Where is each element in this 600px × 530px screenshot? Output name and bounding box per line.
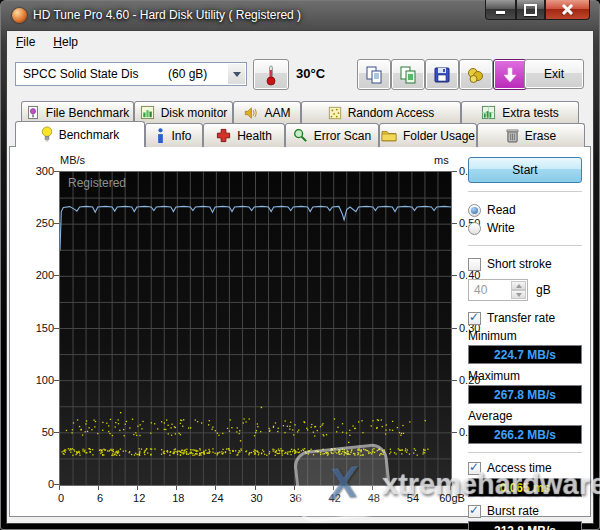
drive-selector-capacity: (60 gB)	[168, 67, 207, 81]
capture-button[interactable]	[493, 59, 527, 90]
registered-watermark: Registered	[68, 176, 126, 190]
tick-mark	[452, 328, 457, 329]
speaker-icon	[243, 106, 258, 120]
tab-info[interactable]: Info	[145, 123, 203, 147]
tick-mark	[411, 486, 412, 490]
tick-mark	[452, 171, 457, 172]
tab-error-scan[interactable]: Error Scan	[285, 123, 379, 147]
benchmark-options-panel: Start Read Write Short stroke	[468, 157, 582, 530]
window-title: HD Tune Pro 4.60 - Hard Disk Utility ( R…	[33, 8, 301, 22]
tab-label: Disk monitor	[161, 106, 228, 120]
drive-selector[interactable]: SPCC Solid State Dis (60 gB)	[15, 62, 247, 86]
maximize-icon	[524, 4, 537, 16]
tick-mark	[450, 486, 451, 490]
x-axis-tick: 48	[357, 492, 391, 504]
start-label: Start	[512, 163, 537, 177]
tab-label: Folder Usage	[403, 129, 475, 143]
average-label: Average	[468, 409, 582, 424]
maximum-label: Maximum	[468, 369, 582, 384]
right-axis-unit: ms	[434, 154, 449, 166]
short-stroke-unit: gB	[536, 283, 551, 297]
tick-mark	[54, 171, 59, 172]
transfer-rate-checkbox[interactable]	[468, 312, 481, 325]
tab-folder-usage[interactable]: Folder Usage	[379, 123, 477, 147]
tab-extra-tests[interactable]: Extra tests	[461, 101, 579, 123]
tick-mark	[54, 275, 59, 276]
tab-label: Info	[171, 129, 191, 143]
benchmark-plot: Registered	[59, 171, 452, 486]
tab-health[interactable]: Health	[203, 123, 285, 147]
spinner-up-button[interactable]	[511, 281, 526, 290]
save-button[interactable]	[425, 59, 459, 90]
tick-mark	[54, 328, 59, 329]
tab-erase[interactable]: Erase	[477, 123, 585, 147]
tab-label: Benchmark	[59, 128, 120, 142]
transfer-rate-row[interactable]: Transfer rate	[468, 309, 582, 327]
tab-row-primary: Benchmark Info Health	[15, 123, 585, 147]
title-bar[interactable]: HD Tune Pro 4.60 - Hard Disk Utility ( R…	[0, 0, 600, 30]
copy-image-icon	[398, 65, 418, 85]
short-stroke-checkbox[interactable]	[468, 258, 481, 271]
temperature-value: 30°C	[296, 66, 325, 81]
tab-disk-monitor[interactable]: Disk monitor	[134, 101, 233, 123]
burst-rate-row[interactable]: Burst rate	[468, 502, 582, 520]
access-time-checkbox[interactable]	[468, 462, 481, 475]
x-axis-tick: 60gB	[435, 492, 469, 504]
tick-mark	[452, 380, 457, 381]
screen: HD Tune Pro 4.60 - Hard Disk Utility ( R…	[0, 0, 600, 530]
tick-mark	[294, 486, 295, 490]
burst-rate-checkbox[interactable]	[468, 505, 481, 518]
left-axis-tick: 0	[24, 478, 54, 490]
close-button[interactable]	[545, 0, 590, 20]
access-time-row[interactable]: Access time	[468, 459, 582, 477]
tab-label: Extra tests	[502, 106, 559, 120]
x-axis-tick: 18	[161, 492, 195, 504]
tab-label: File Benchmark	[46, 106, 129, 120]
left-axis-tick: 150	[24, 322, 54, 334]
menu-file[interactable]: File	[7, 32, 44, 52]
burst-rate-label: Burst rate	[487, 504, 539, 518]
read-radio[interactable]	[468, 204, 481, 217]
write-radio-row[interactable]: Write	[468, 219, 582, 237]
short-stroke-size-input[interactable]: 40	[468, 279, 528, 301]
minimum-label: Minimum	[468, 329, 582, 344]
write-radio[interactable]	[468, 222, 481, 235]
tab-aam[interactable]: AAM	[233, 101, 301, 123]
benchmark-tab-page: MB/s ms Registered 3002502001501005000.6…	[9, 146, 591, 517]
short-stroke-row[interactable]: Short stroke	[468, 255, 582, 273]
exit-button[interactable]: Exit	[524, 59, 584, 89]
folder-icon	[381, 129, 397, 142]
save-icon	[432, 65, 452, 85]
minimize-button[interactable]	[485, 0, 516, 20]
x-axis-tick: 42	[318, 492, 352, 504]
tick-mark	[98, 486, 99, 490]
trash-icon	[506, 128, 519, 143]
menu-bar: File Help	[7, 31, 593, 53]
info-icon	[156, 128, 165, 143]
options-button[interactable]	[459, 59, 493, 90]
left-axis-tick: 100	[24, 374, 54, 386]
left-axis-tick: 200	[24, 269, 54, 281]
thermometer-icon	[265, 64, 277, 86]
coins-icon	[466, 65, 486, 85]
client-area: File Help SPCC Solid State Dis (60 gB) 3…	[6, 30, 594, 524]
copy-image-button[interactable]	[391, 59, 425, 90]
access-time-value: 0.065 ms	[468, 478, 582, 497]
temperature-button[interactable]	[253, 59, 289, 90]
menu-help[interactable]: Help	[44, 32, 87, 52]
tab-random-access[interactable]: Random Access	[301, 101, 461, 123]
tab-row-secondary: File Benchmark Disk monitor AAM	[21, 101, 579, 123]
spinner-down-button[interactable]	[511, 290, 526, 299]
copy-button[interactable]	[357, 59, 391, 90]
random-access-icon	[328, 106, 342, 120]
transfer-rate-label: Transfer rate	[487, 311, 555, 325]
tick-mark	[255, 486, 256, 490]
write-label: Write	[487, 221, 515, 235]
drive-selector-value: SPCC Solid State Dis	[23, 67, 138, 81]
start-button[interactable]: Start	[468, 157, 582, 183]
tab-file-benchmark[interactable]: File Benchmark	[21, 101, 134, 123]
app-icon	[12, 8, 27, 23]
maximize-button[interactable]	[516, 0, 545, 20]
tab-benchmark[interactable]: Benchmark	[15, 121, 145, 147]
read-radio-row[interactable]: Read	[468, 201, 582, 219]
